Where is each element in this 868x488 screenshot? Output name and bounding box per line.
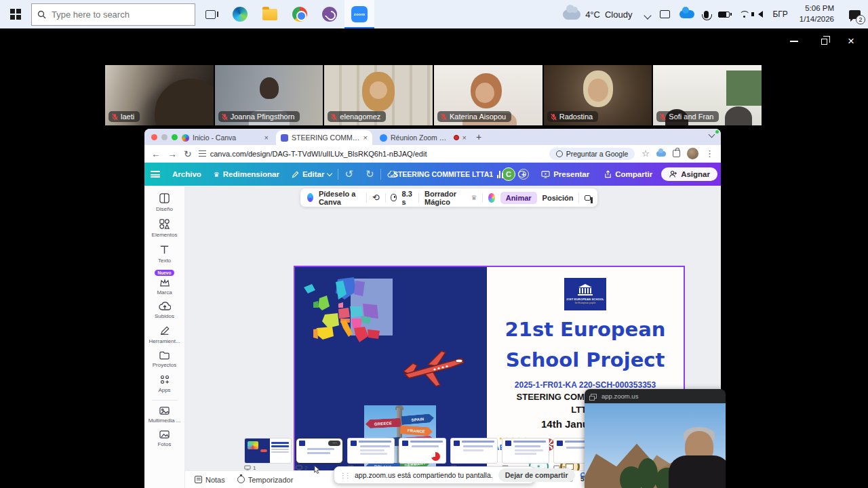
weather-widget[interactable]: 4°C Cloudy (555, 9, 640, 20)
posicion-button[interactable]: Posición (542, 194, 574, 202)
archivo-menu[interactable]: Archivo (166, 163, 208, 186)
back-button[interactable]: ← (151, 148, 161, 159)
language-switcher[interactable]: БГР (768, 0, 792, 28)
browser-profile-avatar[interactable] (687, 148, 698, 159)
drive-cloud-icon[interactable] (656, 151, 666, 157)
notification-center-button[interactable]: 2 (841, 0, 868, 28)
redo-button[interactable]: ↻ (359, 163, 380, 186)
comments-button[interactable] (512, 163, 532, 186)
video-tile[interactable]: Joanna Pfingsthorn (215, 65, 323, 125)
file-explorer-button[interactable] (255, 0, 285, 28)
battery-tray-button[interactable] (713, 0, 734, 28)
tab-zoom-meeting[interactable]: Réunion Zoom de Christi × (375, 130, 471, 145)
slide-title[interactable]: 21st European School Project (505, 314, 666, 375)
project-logo[interactable]: 21ST EUROPEAN SCHOOL for European pupils (564, 278, 606, 310)
tab-steering-commitee[interactable]: STEERING COMMITEE LTTA1 × (276, 130, 372, 145)
mac-close-icon[interactable] (151, 134, 157, 140)
tab-close-icon[interactable]: × (264, 134, 269, 142)
thumbnail-1[interactable]: 1 (244, 438, 292, 471)
thumbnail-2-selected[interactable]: ⋯ 2 (296, 438, 343, 471)
sidebar-item-diseno[interactable]: Diseño (144, 192, 184, 212)
reload-button[interactable]: ↻ (184, 148, 192, 159)
window-restore-button[interactable] (812, 33, 835, 50)
muted-mic-icon (441, 113, 447, 121)
site-settings-icon[interactable] (199, 150, 206, 157)
participant-silhouette (260, 77, 279, 99)
sidebar-item-apps[interactable]: Apps (144, 374, 184, 393)
task-view-button[interactable] (195, 0, 225, 28)
viber-taskbar-button[interactable] (315, 0, 344, 28)
microphone-tray-button[interactable] (699, 0, 713, 28)
sidebar-item-subidos[interactable]: Subidos (144, 302, 184, 319)
mac-minimize-icon[interactable] (161, 134, 167, 140)
video-tile[interactable]: Katerina Aisopou (434, 65, 542, 125)
insights-button[interactable] (491, 163, 510, 186)
sidebar-item-marca[interactable]: Nuevo Marca (144, 270, 184, 296)
window-close-button[interactable]: × (840, 33, 863, 50)
taskbar-search[interactable] (31, 3, 195, 26)
project-code[interactable]: 2025-1-FR01-KA 220-SCH-000353353 (515, 380, 656, 390)
tab-close-icon[interactable]: × (363, 134, 368, 142)
zoom-pip-window[interactable]: app.zoom.us (585, 389, 726, 488)
thumbnail-7[interactable]: 7 (553, 438, 585, 471)
design-title[interactable]: STEERING COMMITEE LTTA1 (387, 163, 499, 186)
animar-button[interactable]: Animar (500, 192, 537, 204)
pip-header[interactable]: app.zoom.us (585, 389, 726, 403)
edge-taskbar-button[interactable] (225, 0, 255, 28)
video-tile[interactable]: Radostina (544, 65, 652, 125)
ask-canva-button[interactable]: Pídeselo a Canva (319, 190, 361, 206)
sidebar-item-texto[interactable]: Texto (144, 244, 184, 264)
sidebar-item-herramientas[interactable]: Herramient... (144, 325, 184, 344)
drag-handle-icon[interactable]: ⋮⋮ (340, 472, 349, 479)
window-traffic-lights[interactable] (151, 134, 178, 140)
asignar-button[interactable]: Asignar (661, 167, 717, 181)
zoom-taskbar-button[interactable]: zoom (344, 0, 374, 28)
presentar-button[interactable]: Presentar (535, 167, 595, 181)
url-bar[interactable]: canva.com/design/DAG-T-TVdWI/ulILUx_BlsR… (199, 150, 427, 158)
search-input[interactable] (52, 9, 174, 20)
forward-button[interactable]: → (167, 148, 177, 159)
browser-menu-icon[interactable]: ⋮ (705, 148, 714, 159)
sidebar-item-fotos[interactable]: Fotos (144, 430, 184, 447)
editar-menu[interactable]: Editar (285, 163, 338, 186)
timer-button[interactable]: Temporizador (237, 476, 294, 484)
sidebar-item-elementos[interactable]: Elementos (144, 218, 184, 238)
notes-button[interactable]: Notas (195, 476, 225, 484)
volume-tray-button[interactable] (753, 0, 768, 28)
chrome-taskbar-button[interactable] (285, 0, 315, 28)
sidebar-item-proyectos[interactable]: Proyectos (144, 350, 184, 368)
bookmark-icon[interactable]: ☆ (642, 148, 650, 159)
tab-inicio-canva[interactable]: Inicio - Canva × (177, 130, 273, 145)
new-tab-button[interactable]: + (473, 131, 485, 144)
transition-icon[interactable]: ⟲ (372, 192, 380, 203)
muted-mic-icon (331, 113, 337, 121)
clock-widget[interactable]: 5:06 PM 1/14/2026 (793, 3, 841, 24)
window-minimize-button[interactable] (783, 33, 806, 50)
onedrive-tray-button[interactable] (675, 0, 699, 28)
ask-google-button[interactable]: Preguntar a Google (549, 148, 635, 160)
color-wheel-button[interactable] (488, 193, 495, 203)
video-tile[interactable]: elenagomez (324, 65, 433, 125)
paint-roller-icon[interactable] (585, 195, 591, 201)
duration-button[interactable]: 8.3 s (402, 190, 414, 206)
wifi-tray-button[interactable] (734, 0, 753, 28)
airplane-image[interactable] (399, 347, 470, 392)
extensions-icon[interactable] (673, 150, 680, 157)
undo-button[interactable]: ↺ (338, 163, 359, 186)
magic-draft-button[interactable]: Borrador Mágico (425, 190, 465, 206)
start-button[interactable] (0, 0, 31, 28)
sidebar-item-multimedia[interactable]: Multimedia ... (144, 406, 184, 424)
tab-close-icon[interactable]: × (462, 134, 467, 142)
canva-menu-button[interactable] (144, 163, 166, 186)
chrome-icon (292, 7, 307, 22)
tray-cast-button[interactable] (655, 0, 675, 28)
tab-search-chevron-icon[interactable] (709, 131, 715, 138)
windows-taskbar: zoom 4°C Cloudy БГР 5:06 PM 1/14/2026 2 (0, 0, 868, 28)
video-tile[interactable]: laeti (105, 65, 214, 125)
stop-sharing-button[interactable]: Dejar de compartir (498, 468, 575, 482)
europe-map-image[interactable] (298, 275, 395, 369)
video-tile[interactable]: Sofi and Fran (653, 65, 762, 125)
compartir-button[interactable]: Compartir (598, 167, 658, 181)
tray-expand-button[interactable] (640, 0, 655, 28)
redimensionar-button[interactable]: ♛Redimensionar (208, 163, 285, 186)
